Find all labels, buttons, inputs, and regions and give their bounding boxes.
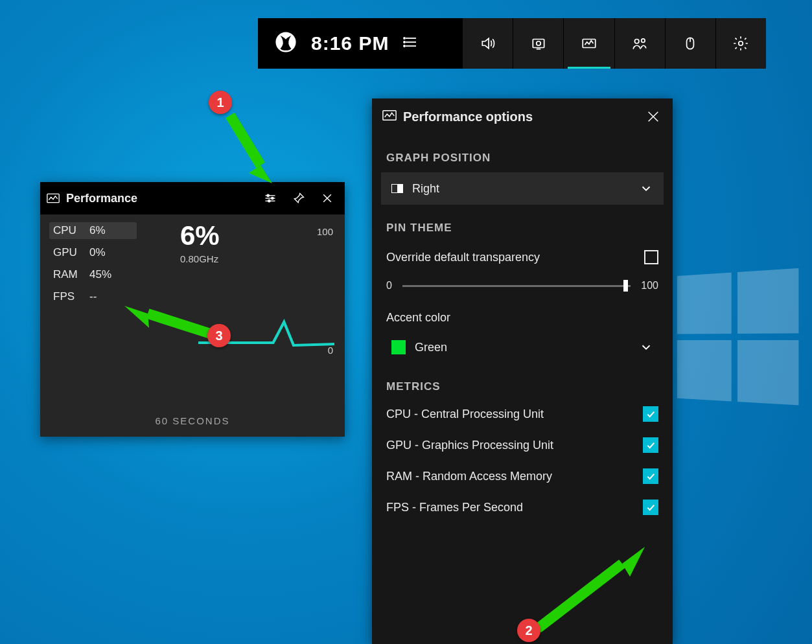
pin-theme-label: PIN THEME xyxy=(372,205,673,240)
svg-point-12 xyxy=(642,39,645,42)
chevron-down-icon xyxy=(639,181,653,196)
perf-metric-label: GPU xyxy=(53,246,83,259)
perf-metric-value: -- xyxy=(89,290,97,303)
close-button[interactable] xyxy=(316,187,338,209)
metric-option: GPU - Graphics Processing Unit xyxy=(372,430,673,461)
svg-point-15 xyxy=(739,41,743,46)
svg-marker-31 xyxy=(124,306,149,328)
svg-point-5 xyxy=(404,41,405,43)
audio-button[interactable] xyxy=(463,18,513,69)
game-bar: 8:16 PM xyxy=(258,18,766,69)
graph-ymax: 100 xyxy=(317,226,333,237)
metric-option-label: RAM - Random Access Memory xyxy=(386,470,643,483)
capture-button[interactable] xyxy=(513,18,563,69)
metric-option-checkbox[interactable] xyxy=(643,437,658,453)
perf-metric-ram[interactable]: RAM45% xyxy=(49,266,137,283)
graph-xaxis: 60 SECONDS xyxy=(49,415,336,426)
chevron-down-icon xyxy=(639,340,653,354)
svg-marker-29 xyxy=(249,165,272,183)
metric-option: CPU - Central Processing Unit xyxy=(372,398,673,430)
svg-point-21 xyxy=(272,197,273,199)
svg-point-11 xyxy=(635,40,640,44)
graph-position-select[interactable]: Right xyxy=(381,172,664,205)
svg-rect-7 xyxy=(533,40,544,48)
xbox-social-button[interactable] xyxy=(614,18,665,69)
metric-option-checkbox[interactable] xyxy=(643,500,658,515)
perf-metric-label: FPS xyxy=(53,290,83,303)
metric-option: FPS - Frames Per Second xyxy=(372,492,673,523)
performance-title: Performance xyxy=(66,192,253,205)
graph-ymin: 0 xyxy=(328,345,333,356)
settings-button[interactable] xyxy=(715,18,766,69)
close-button[interactable] xyxy=(644,108,662,126)
slider-min: 0 xyxy=(386,280,392,292)
perf-metric-value: 6% xyxy=(89,224,106,237)
pin-button[interactable] xyxy=(288,187,310,209)
svg-line-32 xyxy=(538,564,622,628)
perf-metric-gpu[interactable]: GPU0% xyxy=(49,244,137,261)
svg-line-28 xyxy=(230,115,261,165)
metric-option-label: FPS - Frames Per Second xyxy=(386,501,643,514)
annotation-bubble-2: 2 xyxy=(517,619,540,642)
override-transparency-label: Override default transparency xyxy=(386,251,644,264)
perf-metric-value: 0% xyxy=(89,246,106,259)
svg-point-4 xyxy=(404,38,405,39)
gamebar-time: 8:16 PM xyxy=(311,32,389,54)
override-transparency-checkbox[interactable] xyxy=(644,250,658,264)
annotation-arrow-1 xyxy=(220,106,279,190)
accent-color-label: Accent color xyxy=(372,292,673,328)
performance-titlebar: Performance xyxy=(40,182,345,214)
svg-point-20 xyxy=(267,194,269,196)
accent-swatch xyxy=(391,340,406,354)
graph-position-icon xyxy=(391,184,403,193)
perf-metric-value: 45% xyxy=(89,268,111,281)
graph-position-label: GRAPH POSITION xyxy=(372,135,673,170)
perf-metric-cpu[interactable]: CPU6% xyxy=(49,222,137,239)
performance-icon xyxy=(382,109,397,124)
annotation-bubble-3: 3 xyxy=(207,324,231,347)
transparency-slider[interactable] xyxy=(402,280,631,292)
perf-metric-label: RAM xyxy=(53,268,83,281)
metric-option-label: GPU - Graphics Processing Unit xyxy=(386,439,643,452)
svg-point-22 xyxy=(268,200,270,202)
svg-point-6 xyxy=(404,45,405,47)
windows-logo xyxy=(677,268,806,412)
accent-value: Green xyxy=(415,341,639,354)
metrics-label: METRICS xyxy=(372,363,673,398)
annotation-bubble-1: 1 xyxy=(209,91,232,114)
slider-max: 100 xyxy=(641,280,658,292)
list-icon[interactable] xyxy=(403,34,419,52)
performance-icon xyxy=(47,193,60,203)
svg-point-8 xyxy=(537,41,541,46)
metric-option-checkbox[interactable] xyxy=(643,468,658,484)
svg-marker-33 xyxy=(622,547,645,577)
xbox-icon xyxy=(275,31,297,56)
perf-metric-label: CPU xyxy=(53,224,83,237)
performance-button[interactable] xyxy=(563,18,614,69)
mouse-button[interactable] xyxy=(665,18,715,69)
graph-position-value: Right xyxy=(412,182,639,196)
metric-option: RAM - Random Access Memory xyxy=(372,461,673,492)
performance-options-button[interactable] xyxy=(259,187,281,209)
options-title: Performance options xyxy=(403,109,638,124)
accent-color-select[interactable]: Green xyxy=(381,331,664,363)
metric-option-checkbox[interactable] xyxy=(643,406,658,422)
metric-option-label: CPU - Central Processing Unit xyxy=(386,408,643,421)
